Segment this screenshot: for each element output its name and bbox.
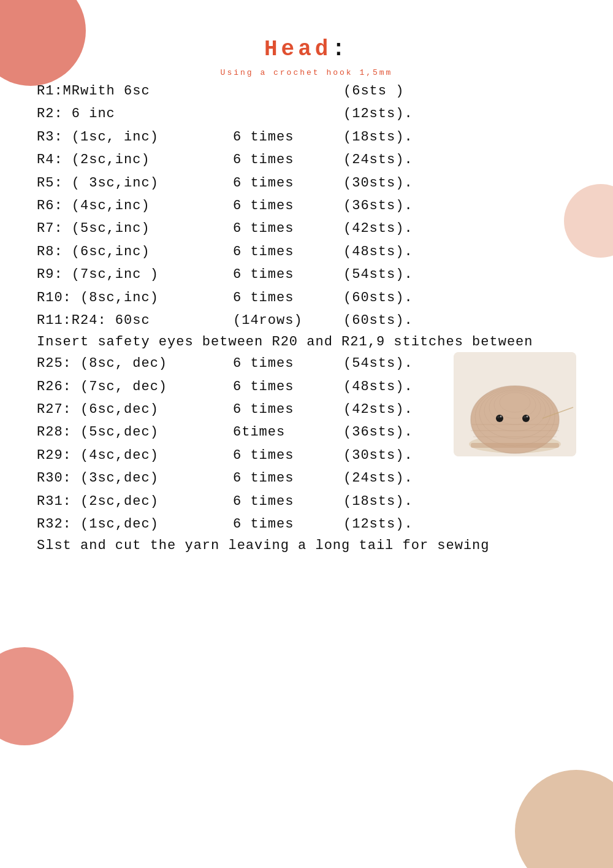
row-r9-times: 6 times [233, 263, 343, 286]
row-r10-label: R10: (8sc,inc) [37, 286, 233, 309]
row-r1-label: R1:MRwith 6sc [37, 80, 233, 102]
row-r11-label: R11:R24: 60sc [37, 309, 233, 332]
row-r27-label: R27: (6sc,dec) [37, 398, 233, 421]
row-r8-label: R8: (6sc,inc) [37, 240, 233, 263]
row-r10: R10: (8sc,inc) 6 times (60sts). [37, 286, 576, 309]
decorative-circle-left-bottom [0, 647, 74, 745]
row-r31-sts: (18sts). [343, 490, 413, 513]
subtitle-text: Using a crochet hook 1,5mm [37, 68, 576, 77]
row-r2-label: R2: 6 inc [37, 102, 233, 125]
row-r4-label: R4: (2sc,inc) [37, 148, 233, 171]
row-r27-sts: (42sts). [343, 398, 413, 421]
svg-rect-13 [471, 443, 559, 448]
dec-rows-section: R25: (8sc, dec) 6 times (54sts). R26: (7… [37, 352, 454, 536]
row-r9-label: R9: (7sc,inc ) [37, 263, 233, 286]
row-r4-times: 6 times [233, 148, 343, 171]
insert-text: Insert safety eyes between R20 and R21,9… [37, 332, 576, 352]
row-r27-times: 6 times [233, 398, 343, 421]
row-r30-label: R30: (3sc,dec) [37, 467, 233, 490]
row-r31-times: 6 times [233, 490, 343, 513]
row-r5: R5: ( 3sc,inc) 6 times (30sts). [37, 172, 576, 194]
page-title: Head: [37, 37, 576, 62]
row-r29: R29: (4sc,dec) 6 times (30sts). [37, 444, 454, 467]
row-r26: R26: (7sc, dec) 6 times (48sts). [37, 375, 454, 398]
row-r6-sts: (36sts). [343, 194, 413, 217]
instructions-section: R1:MRwith 6sc (6sts ) R2: 6 inc (12sts).… [37, 80, 576, 556]
row-r4: R4: (2sc,inc) 6 times (24sts). [37, 148, 576, 171]
svg-point-16 [522, 415, 530, 422]
svg-point-18 [500, 416, 502, 418]
row-r26-times: 6 times [233, 375, 343, 398]
row-r31: R31: (2sc,dec) 6 times (18sts). [37, 490, 454, 513]
row-r7-sts: (42sts). [343, 217, 413, 240]
row-r8: R8: (6sc,inc) 6 times (48sts). [37, 240, 576, 263]
row-r25-times: 6 times [233, 352, 343, 375]
row-r9-sts: (54sts). [343, 263, 413, 286]
row-r3-label: R3: (1sc, inc) [37, 126, 233, 148]
row-r28-label: R28: (5sc,dec) [37, 421, 233, 444]
row-r29-label: R29: (4sc,dec) [37, 444, 233, 467]
svg-point-15 [497, 416, 500, 418]
svg-point-17 [524, 416, 526, 418]
row-r6-times: 6 times [233, 194, 343, 217]
row-r3-sts: (18sts). [343, 126, 413, 148]
title-text: Head [264, 37, 332, 62]
row-r25: R25: (8sc, dec) 6 times (54sts). [37, 352, 454, 375]
row-r7-label: R7: (5sc,inc) [37, 217, 233, 240]
decorative-circle-bottom-right [515, 770, 613, 868]
row-r28: R28: (5sc,dec) 6times (36sts). [37, 421, 454, 444]
row-r8-sts: (48sts). [343, 240, 413, 263]
row-r2: R2: 6 inc (12sts). [37, 102, 576, 125]
row-r32-sts: (12sts). [343, 513, 413, 536]
row-r5-times: 6 times [233, 172, 343, 194]
title-colon: : [332, 37, 349, 62]
row-r6: R6: (4sc,inc) 6 times (36sts). [37, 194, 576, 217]
row-r10-sts: (60sts). [343, 286, 413, 309]
row-r29-sts: (30sts). [343, 444, 413, 467]
row-r5-sts: (30sts). [343, 172, 413, 194]
row-r3-times: 6 times [233, 126, 343, 148]
row-r6-label: R6: (4sc,inc) [37, 194, 233, 217]
page-content: Head: Using a crochet hook 1,5mm R1:MRwi… [0, 0, 613, 593]
crochet-svg [454, 352, 576, 456]
svg-point-14 [496, 415, 503, 422]
row-r5-label: R5: ( 3sc,inc) [37, 172, 233, 194]
row-r30: R30: (3sc,dec) 6 times (24sts). [37, 467, 454, 490]
row-r2-sts: (12sts). [343, 102, 413, 125]
row-r25-label: R25: (8sc, dec) [37, 352, 233, 375]
row-r28-sts: (36sts). [343, 421, 413, 444]
row-r32-times: 6 times [233, 513, 343, 536]
row-r1-sts: (6sts ) [343, 80, 404, 102]
row-r7-times: 6 times [233, 217, 343, 240]
row-r11-sts: (60sts). [343, 309, 413, 332]
row-r11-times: (14rows) [233, 309, 343, 332]
row-r32-label: R32: (1sc,dec) [37, 513, 233, 536]
row-r4-sts: (24sts). [343, 148, 413, 171]
row-r29-times: 6 times [233, 444, 343, 467]
row-r26-label: R26: (7sc, dec) [37, 375, 233, 398]
row-r9: R9: (7sc,inc ) 6 times (54sts). [37, 263, 576, 286]
row-r1: R1:MRwith 6sc (6sts ) [37, 80, 576, 102]
row-r8-times: 6 times [233, 240, 343, 263]
row-r10-times: 6 times [233, 286, 343, 309]
row-r3: R3: (1sc, inc) 6 times (18sts). [37, 126, 576, 148]
row-r30-sts: (24sts). [343, 467, 413, 490]
row-r7: R7: (5sc,inc) 6 times (42sts). [37, 217, 576, 240]
row-r31-label: R31: (2sc,dec) [37, 490, 233, 513]
row-r26-sts: (48sts). [343, 375, 413, 398]
row-r27: R27: (6sc,dec) 6 times (42sts). [37, 398, 454, 421]
row-r25-sts: (54sts). [343, 352, 413, 375]
closing-text: Slst and cut the yarn leaving a long tai… [37, 536, 576, 556]
image-section: R25: (8sc, dec) 6 times (54sts). R26: (7… [37, 352, 576, 536]
crochet-image [454, 352, 576, 456]
row-r32: R32: (1sc,dec) 6 times (12sts). [37, 513, 454, 536]
svg-point-19 [527, 416, 528, 418]
row-r28-times: 6times [233, 421, 343, 444]
row-r11: R11:R24: 60sc (14rows) (60sts). [37, 309, 576, 332]
row-r30-times: 6 times [233, 467, 343, 490]
